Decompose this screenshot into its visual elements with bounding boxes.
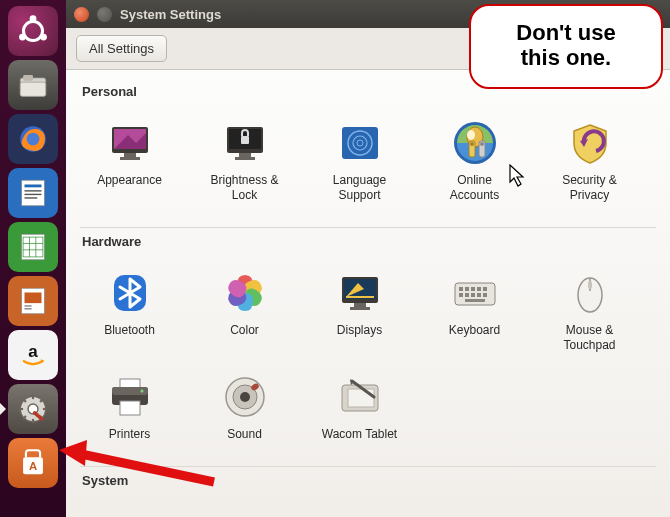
unity-launcher: a A xyxy=(0,0,66,517)
svg-rect-10 xyxy=(25,185,42,188)
svg-rect-41 xyxy=(120,157,140,160)
wacom-tablet-icon xyxy=(336,373,384,421)
svg-rect-40 xyxy=(124,153,136,157)
all-settings-button[interactable]: All Settings xyxy=(76,35,167,62)
settings-label: Keyboard xyxy=(449,323,500,338)
svg-rect-21 xyxy=(25,293,42,304)
svg-point-55 xyxy=(480,142,484,146)
svg-point-53 xyxy=(467,130,475,140)
svg-rect-12 xyxy=(25,194,42,195)
svg-text:a: a xyxy=(28,342,38,361)
annotation-text: Don't use this one. xyxy=(516,20,615,70)
svg-rect-11 xyxy=(25,190,42,191)
launcher-ubuntu-dash[interactable] xyxy=(8,6,58,56)
section-header-hardware: Hardware xyxy=(66,228,670,253)
annotation-callout: Don't use this one. xyxy=(469,4,663,89)
online-accounts-icon xyxy=(451,119,499,167)
launcher-ubuntu-software[interactable]: A xyxy=(8,438,58,488)
svg-rect-70 xyxy=(477,287,481,291)
launcher-libreoffice-writer[interactable] xyxy=(8,168,58,218)
launcher-amazon[interactable]: a xyxy=(8,330,58,380)
svg-rect-65 xyxy=(350,307,370,310)
svg-rect-45 xyxy=(239,153,251,157)
svg-rect-77 xyxy=(465,299,485,302)
launcher-files[interactable] xyxy=(8,60,58,110)
settings-bluetooth[interactable]: Bluetooth xyxy=(72,259,187,363)
svg-rect-23 xyxy=(25,308,32,309)
settings-label: Mouse & Touchpad xyxy=(563,323,615,353)
svg-rect-13 xyxy=(25,197,38,198)
settings-label: Sound xyxy=(227,427,262,442)
svg-point-57 xyxy=(470,142,474,146)
settings-online-accounts[interactable]: Online Accounts xyxy=(417,109,532,213)
settings-label: Color xyxy=(230,323,259,338)
language-support-icon xyxy=(336,119,384,167)
svg-point-1 xyxy=(30,15,37,22)
svg-rect-74 xyxy=(471,293,475,297)
settings-language-support[interactable]: Language Support xyxy=(302,109,417,213)
svg-rect-14 xyxy=(22,234,45,260)
settings-label: Displays xyxy=(337,323,382,338)
svg-rect-68 xyxy=(465,287,469,291)
color-icon xyxy=(221,269,269,317)
bluetooth-icon xyxy=(106,269,154,317)
settings-content[interactable]: Personal Appearance Brightness & Lock La… xyxy=(66,70,670,517)
brightness-lock-icon xyxy=(221,119,269,167)
svg-rect-9 xyxy=(22,180,45,206)
svg-rect-6 xyxy=(20,82,46,96)
settings-label: Wacom Tablet xyxy=(322,427,397,442)
svg-rect-76 xyxy=(483,293,487,297)
settings-displays[interactable]: Displays xyxy=(302,259,417,363)
printers-icon xyxy=(106,373,154,421)
launcher-firefox[interactable] xyxy=(8,114,58,164)
svg-rect-84 xyxy=(120,401,140,415)
section-hardware: Bluetooth Color Displays Keyboard xyxy=(66,253,670,466)
svg-rect-71 xyxy=(483,287,487,291)
sound-icon xyxy=(221,373,269,421)
section-header-system: System xyxy=(66,467,670,492)
settings-label: Appearance xyxy=(97,173,162,188)
appearance-icon xyxy=(106,119,154,167)
svg-rect-80 xyxy=(588,281,592,289)
svg-rect-91 xyxy=(348,389,374,407)
settings-appearance[interactable]: Appearance xyxy=(72,109,187,213)
window-minimize-button[interactable] xyxy=(97,7,112,22)
settings-printers[interactable]: Printers xyxy=(72,363,187,452)
svg-rect-46 xyxy=(235,157,255,160)
settings-label: Security & Privacy xyxy=(562,173,617,203)
svg-text:A: A xyxy=(29,460,37,472)
launcher-system-settings[interactable] xyxy=(8,384,58,434)
launcher-libreoffice-calc[interactable] xyxy=(8,222,58,272)
svg-rect-5 xyxy=(23,75,33,81)
settings-label: Printers xyxy=(109,427,150,442)
settings-wacom-tablet[interactable]: Wacom Tablet xyxy=(302,363,417,452)
svg-rect-75 xyxy=(477,293,481,297)
settings-color[interactable]: Color xyxy=(187,259,302,363)
window-close-button[interactable] xyxy=(74,7,89,22)
svg-point-0 xyxy=(23,21,42,40)
settings-label: Brightness & Lock xyxy=(210,173,278,203)
displays-icon xyxy=(336,269,384,317)
section-personal: Appearance Brightness & Lock Language Su… xyxy=(66,103,670,227)
settings-brightness-lock[interactable]: Brightness & Lock xyxy=(187,109,302,213)
settings-label: Bluetooth xyxy=(104,323,155,338)
settings-sound[interactable]: Sound xyxy=(187,363,302,452)
svg-rect-22 xyxy=(25,305,32,306)
mouse-touchpad-icon xyxy=(566,269,614,317)
settings-security-privacy[interactable]: Security & Privacy xyxy=(532,109,647,213)
settings-mouse-touchpad[interactable]: Mouse & Touchpad xyxy=(532,259,647,363)
settings-label: Online Accounts xyxy=(450,173,499,203)
svg-point-3 xyxy=(40,34,47,41)
window-title: System Settings xyxy=(120,7,221,22)
svg-rect-69 xyxy=(471,287,475,291)
svg-point-88 xyxy=(240,392,250,402)
svg-rect-73 xyxy=(465,293,469,297)
settings-keyboard[interactable]: Keyboard xyxy=(417,259,532,363)
keyboard-icon xyxy=(451,269,499,317)
launcher-libreoffice-impress[interactable] xyxy=(8,276,58,326)
svg-rect-44 xyxy=(241,136,249,144)
svg-point-2 xyxy=(19,34,26,41)
svg-rect-64 xyxy=(354,303,366,307)
svg-point-85 xyxy=(140,390,143,393)
security-privacy-icon xyxy=(566,119,614,167)
